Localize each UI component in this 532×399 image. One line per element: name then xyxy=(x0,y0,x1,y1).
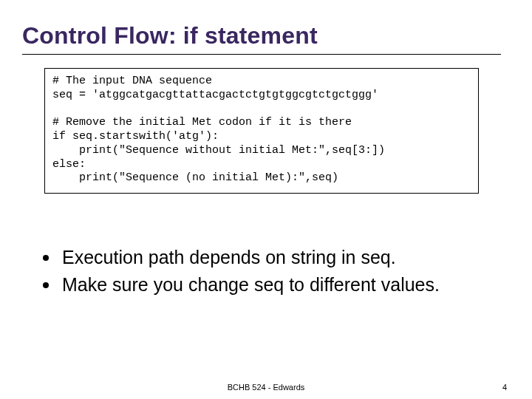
page-number: 4 xyxy=(502,383,507,392)
bullet-icon xyxy=(43,255,49,261)
bullet-text: Make sure you change seq to different va… xyxy=(62,273,440,297)
bullet-text: Execution path depends on string in seq. xyxy=(62,245,396,270)
code-block: # The input DNA sequence seq = 'atggcatg… xyxy=(44,68,479,194)
list-item: Execution path depends on string in seq. xyxy=(43,245,510,270)
bullet-icon xyxy=(43,282,49,288)
slide-container: Control Flow: if statement # The input D… xyxy=(0,0,532,399)
list-item: Make sure you change seq to different va… xyxy=(43,273,510,297)
bullet-list: Execution path depends on string in seq.… xyxy=(43,245,510,296)
slide-title: Control Flow: if statement xyxy=(22,22,510,50)
title-underline xyxy=(22,54,501,55)
footer-center: BCHB 524 - Edwards xyxy=(0,383,532,392)
